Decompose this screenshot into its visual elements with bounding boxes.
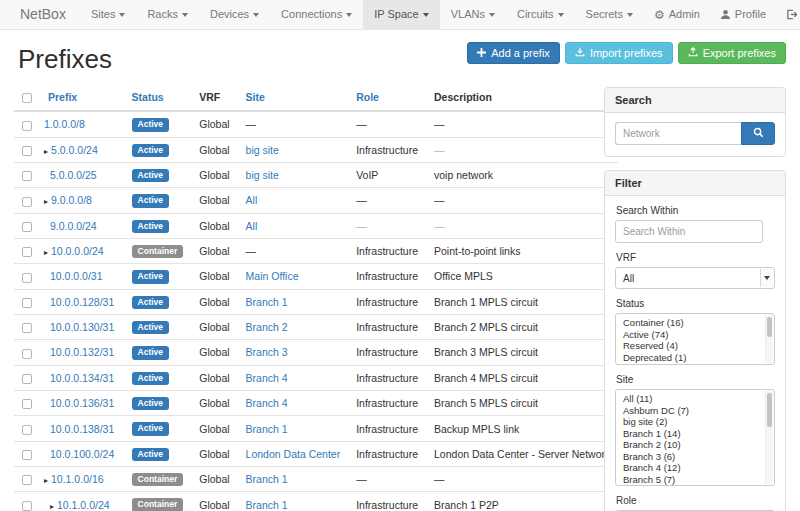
search-input[interactable]	[615, 122, 741, 145]
status-multiselect[interactable]: Container (16)Active (74)Reserved (4)Dep…	[615, 313, 775, 365]
site-link[interactable]: Branch 3	[246, 346, 288, 358]
prefix-link[interactable]: 10.0.0.136/31	[50, 397, 114, 409]
select-option[interactable]: Branch 4 (12)	[616, 462, 764, 474]
expand-toggle-icon[interactable]: ▸	[50, 502, 54, 511]
site-link[interactable]: Branch 4	[246, 397, 288, 409]
row-checkbox[interactable]	[22, 222, 32, 232]
brand-logo[interactable]: NetBox	[8, 0, 80, 29]
select-option[interactable]: Branch 1 (14)	[616, 428, 764, 440]
nav-item-log-out[interactable]: Log out	[776, 0, 800, 29]
prefix-link[interactable]: 9.0.0.0/24	[50, 220, 97, 232]
site-link[interactable]: big site	[246, 144, 279, 156]
export-prefixes-button[interactable]: Export prefixes	[678, 42, 786, 64]
row-checkbox[interactable]	[22, 501, 32, 511]
prefix-link[interactable]: 10.0.0.138/31	[50, 423, 114, 435]
row-checkbox[interactable]	[22, 475, 32, 485]
expand-toggle-icon[interactable]: ▸	[44, 248, 48, 257]
expand-toggle-icon[interactable]: ▸	[44, 197, 48, 206]
prefix-link[interactable]: 10.1.0.0/24	[57, 499, 110, 511]
prefix-link[interactable]: 10.0.0.0/31	[50, 270, 103, 282]
column-header-status[interactable]: Status	[124, 85, 192, 111]
row-checkbox[interactable]	[22, 146, 32, 156]
expand-toggle-icon[interactable]: ▸	[44, 476, 48, 485]
row-checkbox[interactable]	[22, 171, 32, 181]
table-row: 9.0.0.0/24ActiveGlobalAll——	[14, 213, 618, 238]
select-option[interactable]: Container (16)	[616, 317, 764, 329]
prefix-link[interactable]: 10.0.0.134/31	[50, 372, 114, 384]
select-option[interactable]: Active (74)	[616, 329, 764, 341]
select-option[interactable]: Branch 2 (10)	[616, 439, 764, 451]
add-a-prefix-button[interactable]: Add a prefix	[467, 42, 560, 64]
site-link[interactable]: Branch 1	[246, 473, 288, 485]
nav-item-racks[interactable]: Racks	[136, 0, 199, 29]
column-header-role[interactable]: Role	[348, 85, 426, 111]
row-checkbox[interactable]	[22, 323, 32, 333]
row-checkbox[interactable]	[22, 425, 32, 435]
site-link[interactable]: big site	[246, 169, 279, 181]
site-cell: Branch 1	[238, 492, 349, 511]
nav-item-vlans[interactable]: VLANs	[440, 0, 506, 29]
nav-right: ⚙AdminProfileLog out	[644, 0, 800, 29]
prefix-link[interactable]: 10.0.0.130/31	[50, 321, 114, 333]
search-button[interactable]	[741, 122, 775, 145]
prefix-link[interactable]: 10.1.0.0/16	[51, 473, 104, 485]
prefix-link[interactable]: 5.0.0.0/24	[51, 144, 98, 156]
select-option[interactable]: Ashburn DC (7)	[616, 405, 764, 417]
row-checkbox[interactable]	[22, 450, 32, 460]
vrf-select[interactable]: All	[615, 267, 775, 289]
row-checkbox[interactable]	[22, 298, 32, 308]
nav-item-admin[interactable]: ⚙Admin	[644, 0, 710, 29]
table-row: ▸10.1.0.0/24ContainerGlobalBranch 1Infra…	[14, 492, 618, 511]
column-header-site[interactable]: Site	[238, 85, 349, 111]
nav-item-secrets[interactable]: Secrets	[575, 0, 644, 29]
import-prefixes-button[interactable]: Import prefixes	[565, 42, 673, 64]
nav-item-profile[interactable]: Profile	[710, 0, 776, 29]
vrf-cell: Global	[191, 492, 237, 511]
select-option[interactable]: big site (2)	[616, 416, 764, 428]
row-checkbox[interactable]	[22, 247, 32, 257]
row-checkbox[interactable]	[22, 399, 32, 409]
site-link[interactable]: Branch 2	[246, 321, 288, 333]
column-header-prefix[interactable]: Prefix	[40, 85, 124, 111]
row-checkbox[interactable]	[22, 121, 32, 131]
nav-item-connections[interactable]: Connections	[270, 0, 363, 29]
select-option[interactable]: All (11)	[616, 393, 764, 405]
row-checkbox[interactable]	[22, 374, 32, 384]
select-option[interactable]: Deprecated (1)	[616, 352, 764, 364]
search-within-input[interactable]	[615, 220, 763, 243]
prefix-link[interactable]: 10.0.0.128/31	[50, 296, 114, 308]
row-checkbox[interactable]	[22, 349, 32, 359]
site-link[interactable]: All	[246, 220, 258, 232]
prefix-link[interactable]: 10.0.0.0/24	[51, 245, 104, 257]
row-checkbox[interactable]	[22, 273, 32, 283]
expand-toggle-icon[interactable]: ▸	[44, 147, 48, 156]
site-link[interactable]: Branch 1	[246, 296, 288, 308]
nav-item-devices[interactable]: Devices	[199, 0, 270, 29]
prefix-link[interactable]: 5.0.0.0/25	[50, 169, 97, 181]
prefix-link[interactable]: 10.0.0.132/31	[50, 346, 114, 358]
scrollbar[interactable]	[765, 391, 773, 484]
select-option[interactable]: Branch 3 (6)	[616, 451, 764, 463]
site-link[interactable]: Branch 1	[246, 423, 288, 435]
row-checkbox[interactable]	[22, 197, 32, 207]
select-option[interactable]: COLO-1-24 (0)	[616, 485, 764, 486]
scrollbar[interactable]	[765, 315, 773, 363]
site-link[interactable]: Branch 4	[246, 372, 288, 384]
prefix-cell: 10.0.0.0/31	[40, 264, 124, 289]
site-link[interactable]: Main Office	[246, 270, 299, 282]
prefix-link[interactable]: 9.0.0.0/8	[51, 194, 92, 206]
site-link[interactable]: All	[246, 194, 258, 206]
select-option[interactable]: Branch 5 (7)	[616, 474, 764, 486]
table-head: PrefixStatusVRFSiteRoleDescription	[14, 85, 618, 111]
site-link[interactable]: Branch 1	[246, 499, 288, 511]
select-all-checkbox[interactable]	[22, 93, 32, 103]
nav-item-circuits[interactable]: Circuits	[506, 0, 575, 29]
nav-item-ip-space[interactable]: IP Space	[363, 0, 439, 29]
site-multiselect[interactable]: All (11)Ashburn DC (7)big site (2)Branch…	[615, 389, 775, 486]
nav-item-sites[interactable]: Sites	[80, 0, 136, 29]
prefix-link[interactable]: 1.0.0.0/8	[44, 118, 85, 130]
prefix-link[interactable]: 10.0.100.0/24	[50, 448, 114, 460]
select-option[interactable]: Reserved (4)	[616, 340, 764, 352]
site-link[interactable]: London Data Center	[246, 448, 341, 460]
status-badge: Container	[132, 245, 184, 258]
